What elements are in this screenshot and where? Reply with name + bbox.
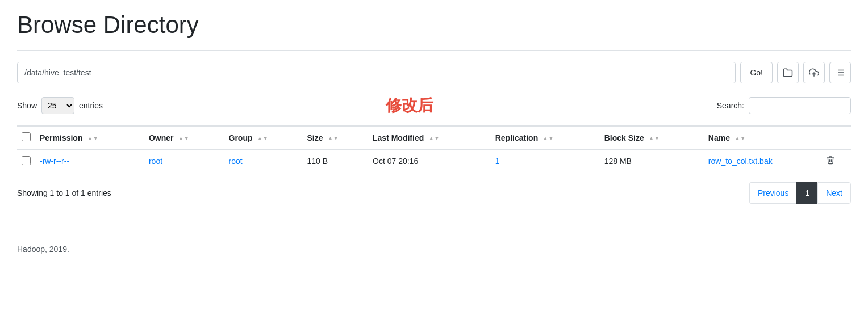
showing-text: Showing 1 to 1 of 1 entries: [17, 188, 111, 197]
sort-name-icon: ▲▼: [735, 137, 746, 140]
cell-owner: root: [144, 149, 224, 173]
table-row: -rw-r--r-- root root 110 B Oct 07 20:16 …: [17, 149, 851, 173]
entries-label: entries: [79, 101, 103, 110]
sort-owner-icon: ▲▼: [178, 137, 189, 140]
show-entries: Show 10 25 50 100 entries: [17, 97, 103, 114]
sort-last-modified-icon: ▲▼: [428, 137, 440, 140]
header-actions: [821, 126, 851, 149]
select-all-checkbox[interactable]: [22, 132, 31, 141]
entries-select[interactable]: 10 25 50 100: [41, 97, 74, 114]
cell-delete: [821, 149, 851, 173]
delete-icon[interactable]: [826, 157, 835, 166]
controls-row: Show 10 25 50 100 entries 修改后 Search:: [17, 95, 851, 116]
group-link[interactable]: root: [229, 157, 243, 166]
header-block-size[interactable]: Block Size ▲▼: [600, 126, 704, 149]
header-replication[interactable]: Replication ▲▼: [491, 126, 600, 149]
search-row: Search:: [717, 97, 851, 114]
footer-text: Hadoop, 2019.: [17, 245, 69, 254]
header-select-all: [17, 126, 35, 149]
list-icon-button[interactable]: [829, 62, 851, 83]
header-permission[interactable]: Permission ▲▼: [35, 126, 144, 149]
sort-permission-icon: ▲▼: [87, 137, 98, 140]
header-last-modified[interactable]: Last Modified ▲▼: [368, 126, 491, 149]
next-button[interactable]: Next: [817, 182, 851, 204]
footer-divider: [17, 221, 851, 221]
search-label: Search:: [717, 101, 744, 110]
toolbar: Go!: [17, 62, 851, 83]
search-input[interactable]: [749, 97, 851, 114]
modified-label: 修改后: [386, 95, 433, 116]
name-link[interactable]: row_to_col.txt.bak: [708, 157, 773, 166]
cell-name: row_to_col.txt.bak: [704, 149, 822, 173]
folder-icon: [783, 68, 793, 78]
pagination: Previous 1 Next: [749, 182, 851, 204]
go-button[interactable]: Go!: [740, 62, 773, 83]
previous-button[interactable]: Previous: [749, 182, 796, 204]
footer: Hadoop, 2019.: [17, 233, 851, 254]
row-checkbox-cell: [17, 149, 35, 173]
cell-block-size: 128 MB: [600, 149, 704, 173]
path-input[interactable]: [17, 62, 736, 83]
table-header-row: Permission ▲▼ Owner ▲▼ Group ▲▼ Size ▲▼ …: [17, 126, 851, 149]
upload-icon-button[interactable]: [803, 62, 825, 83]
upload-icon: [809, 68, 819, 78]
pagination-row: Showing 1 to 1 of 1 entries Previous 1 N…: [17, 182, 851, 204]
cell-last-modified: Oct 07 20:16: [368, 149, 491, 173]
cell-permission: -rw-r--r--: [35, 149, 144, 173]
folder-icon-button[interactable]: [777, 62, 799, 83]
sort-group-icon: ▲▼: [257, 137, 268, 140]
cell-replication: 1: [491, 149, 600, 173]
row-checkbox[interactable]: [22, 156, 31, 165]
header-owner[interactable]: Owner ▲▼: [144, 126, 224, 149]
replication-link[interactable]: 1: [495, 157, 500, 166]
owner-link[interactable]: root: [149, 157, 162, 166]
directory-table: Permission ▲▼ Owner ▲▼ Group ▲▼ Size ▲▼ …: [17, 125, 851, 173]
header-group[interactable]: Group ▲▼: [224, 126, 303, 149]
page-1-button[interactable]: 1: [796, 182, 817, 204]
cell-size: 110 B: [303, 149, 369, 173]
sort-replication-icon: ▲▼: [542, 137, 554, 140]
header-size[interactable]: Size ▲▼: [303, 126, 369, 149]
permission-link[interactable]: -rw-r--r--: [40, 157, 69, 166]
cell-group: root: [224, 149, 303, 173]
show-label: Show: [17, 101, 37, 110]
header-name[interactable]: Name ▲▼: [704, 126, 822, 149]
sort-block-size-icon: ▲▼: [649, 137, 660, 140]
title-divider: [17, 50, 851, 51]
list-icon: [835, 68, 845, 78]
page-title: Browse Directory: [17, 11, 851, 39]
sort-size-icon: ▲▼: [327, 137, 339, 140]
